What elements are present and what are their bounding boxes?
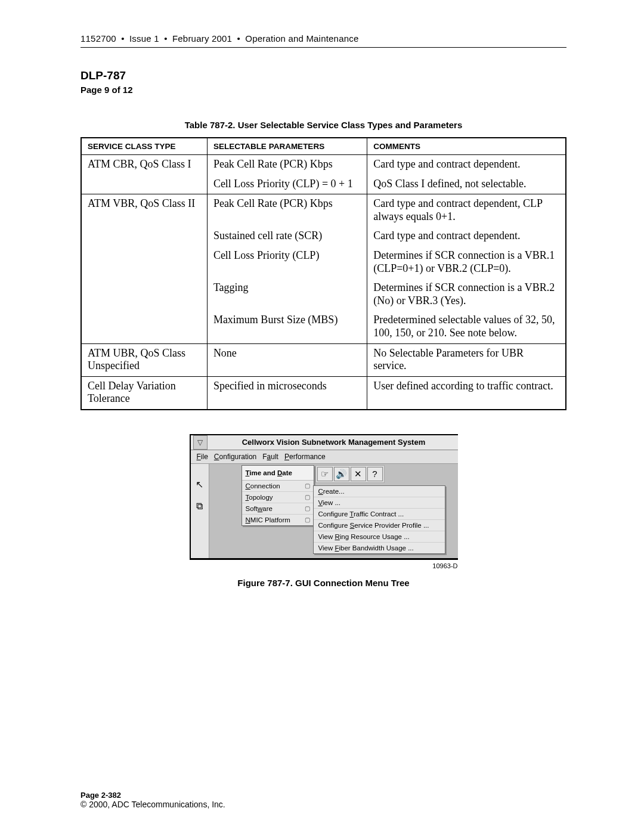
cell: Peak Cell Rate (PCR) Kbps: [207, 194, 367, 227]
submenu-item-view-ring-resource[interactable]: View Ring Resource Usage ...: [314, 531, 445, 543]
cell: ATM CBR, QoS Class I: [81, 155, 207, 175]
speaker-icon[interactable]: 🔊: [334, 467, 349, 481]
submenu-item-configure-traffic-contract[interactable]: Configure Traffic Contract ...: [314, 509, 445, 520]
header-docid: 1152700: [80, 33, 116, 44]
window-title: Cellworx Vision Subnetwork Management Sy…: [210, 438, 458, 447]
table-header-row: SERVICE CLASS TYPE SELECTABLE PARAMETERS…: [81, 138, 566, 155]
figure-id: 10963-D: [190, 562, 458, 569]
submenu-arrow-icon: ▢: [305, 494, 310, 500]
gui-screenshot: ▽ Cellworx Vision Subnetwork Management …: [190, 434, 458, 560]
cell: None: [207, 343, 367, 376]
figure-caption: Figure 787-7. GUI Connection Menu Tree: [190, 578, 458, 588]
table-row: Cell Loss Priority (CLP) Determines if S…: [81, 246, 566, 278]
cell: Card type and contract dependent.: [367, 227, 566, 246]
submenu-arrow-icon: ▢: [305, 505, 310, 512]
table-row: ATM VBR, QoS Class II Peak Cell Rate (PC…: [81, 194, 566, 227]
cell: Determines if SCR connection is a VBR.2 …: [367, 278, 566, 311]
hand-icon[interactable]: ☞: [317, 467, 333, 481]
page-footer: Page 2-382 © 2000, ADC Telecommunication…: [80, 791, 225, 809]
cell: Sustained cell rate (SCR): [207, 227, 367, 246]
menu-file[interactable]: File: [197, 453, 208, 461]
th-parameters: SELECTABLE PARAMETERS: [207, 138, 367, 155]
connection-submenu: Create... View ... Configure Traffic Con…: [313, 485, 445, 554]
dlp-number: DLP-787: [80, 69, 566, 82]
cell: [81, 278, 207, 311]
menu-performance[interactable]: Performance: [284, 453, 326, 461]
header-rule: [80, 47, 566, 48]
system-menu-icon[interactable]: ▽: [193, 435, 208, 450]
menu-item-label: Connection: [246, 482, 280, 490]
menu-item-software[interactable]: Software ▢: [242, 503, 314, 515]
copy-tool-icon[interactable]: ⧉: [193, 500, 206, 513]
cell: Cell Loss Priority (CLP): [207, 246, 367, 278]
table-row: Cell Delay Variation Tolerance Specified…: [81, 376, 566, 410]
cell: [81, 311, 207, 343]
menu-item-nmic-platform[interactable]: NMIC Platform ▢: [242, 515, 314, 525]
footer-page-number: Page 2-382: [80, 791, 225, 800]
menu-item-label: Software: [246, 505, 273, 512]
tool-sidebar: ↖ ⧉: [191, 464, 209, 558]
th-comments: COMMENTS: [367, 138, 566, 155]
menu-item-label: Topology: [246, 494, 273, 501]
menu-configuration[interactable]: Configuration: [214, 453, 256, 461]
cell: Specified in microseconds: [207, 376, 367, 410]
table-row: Maximum Burst Size (MBS) Predetermined s…: [81, 311, 566, 343]
chart-icon[interactable]: ✕: [351, 467, 366, 481]
submenu-item-configure-service-provider[interactable]: Configure Service Provider Profile ...: [314, 520, 445, 531]
cell: [81, 175, 207, 194]
cell: [81, 246, 207, 278]
cell: Card type and contract dependent.: [367, 155, 566, 175]
menu-item-topology[interactable]: Topology ▢: [242, 492, 314, 503]
submenu-arrow-icon: ▢: [305, 516, 310, 523]
menu-item-connection[interactable]: Connection ▢: [242, 481, 314, 492]
cell: [81, 227, 207, 246]
menu-item-label: NMIC Platform: [246, 516, 290, 524]
menu-item-label: Time and Date: [246, 469, 292, 476]
cell: Tagging: [207, 278, 367, 311]
toolbar: ☞ 🔊 ✕ ?: [315, 465, 385, 483]
menubar: File Configuration Fault Performance: [191, 450, 458, 464]
menu-item-time-and-date[interactable]: Time and Date: [242, 466, 314, 481]
header-date: February 2001: [172, 33, 232, 44]
window-titlebar: ▽ Cellworx Vision Subnetwork Management …: [191, 435, 458, 450]
gui-canvas: ☞ 🔊 ✕ ? Time and Date Connection ▢: [209, 464, 458, 558]
configuration-menu-dropdown: Time and Date Connection ▢ Topology ▢ So…: [242, 465, 314, 526]
service-class-table: SERVICE CLASS TYPE SELECTABLE PARAMETERS…: [80, 137, 566, 410]
dlp-page: Page 9 of 12: [80, 85, 566, 95]
running-header: 1152700 • Issue 1 • February 2001 • Oper…: [80, 33, 566, 44]
cell: Predetermined selectable values of 32, 5…: [367, 311, 566, 343]
cell: No Selectable Parameters for UBR service…: [367, 343, 566, 376]
cell: Peak Cell Rate (PCR) Kbps: [207, 155, 367, 175]
submenu-item-view[interactable]: View ...: [314, 497, 445, 509]
table-row: ATM CBR, QoS Class I Peak Cell Rate (PCR…: [81, 155, 566, 175]
cell: Cell Delay Variation Tolerance: [81, 376, 207, 410]
pointer-tool-icon[interactable]: ↖: [193, 478, 206, 491]
menu-fault[interactable]: Fault: [262, 453, 278, 461]
cell: User defined according to traffic contra…: [367, 376, 566, 410]
table-row: Cell Loss Priority (CLP) = 0 + 1 QoS Cla…: [81, 175, 566, 194]
submenu-item-view-fiber-bandwidth[interactable]: View Fiber Bandwidth Usage ...: [314, 543, 445, 553]
submenu-arrow-icon: ▢: [305, 482, 310, 489]
table-row: Tagging Determines if SCR connection is …: [81, 278, 566, 311]
cell: Card type and contract dependent, CLP al…: [367, 194, 566, 227]
table-caption: Table 787-2. User Selectable Service Cla…: [80, 120, 566, 130]
header-issue: Issue 1: [129, 33, 159, 44]
cell: ATM UBR, QoS Class Unspecified: [81, 343, 207, 376]
footer-copyright: © 2000, ADC Telecommunications, Inc.: [80, 800, 225, 809]
cell: ATM VBR, QoS Class II: [81, 194, 207, 227]
table-row: Sustained cell rate (SCR) Card type and …: [81, 227, 566, 246]
cell: Maximum Burst Size (MBS): [207, 311, 367, 343]
cell: Cell Loss Priority (CLP) = 0 + 1: [207, 175, 367, 194]
table-row: ATM UBR, QoS Class Unspecified None No S…: [81, 343, 566, 376]
submenu-item-create[interactable]: Create...: [314, 486, 445, 497]
cell: Determines if SCR connection is a VBR.1 …: [367, 246, 566, 278]
cell: QoS Class I defined, not selectable.: [367, 175, 566, 194]
th-service-class: SERVICE CLASS TYPE: [81, 138, 207, 155]
header-section: Operation and Maintenance: [245, 33, 358, 44]
help-icon[interactable]: ?: [367, 467, 383, 481]
